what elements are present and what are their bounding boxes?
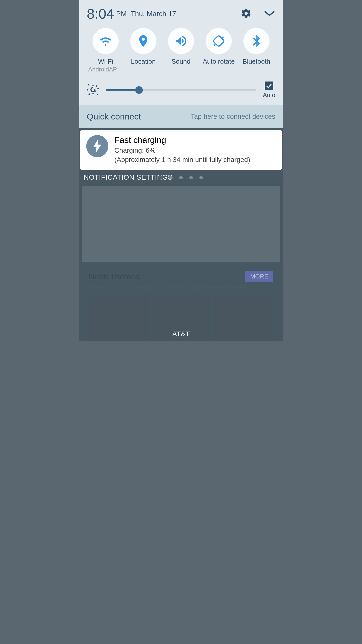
brightness-auto-toggle[interactable]: Auto [263, 82, 275, 99]
page-dot [189, 176, 193, 179]
notification-line1: Charging: 6% [114, 146, 250, 155]
page-dot [159, 176, 163, 179]
clock-date: Thu, March 17 [131, 10, 241, 18]
auto-rotate-icon [206, 28, 232, 54]
theme-tile[interactable] [89, 298, 148, 341]
quick-settings-tiles: Wi-Fi AndroidAP… Location Sound Auto rot… [87, 26, 275, 76]
tile-wifi[interactable]: Wi-Fi AndroidAP… [87, 28, 124, 73]
tile-bluetooth[interactable]: Bluetooth [238, 28, 275, 73]
tile-location[interactable]: Location [124, 28, 162, 73]
brightness-row: A Auto [87, 76, 275, 105]
sound-icon [168, 28, 194, 54]
lightning-icon [86, 135, 108, 157]
tile-label: Location [131, 58, 156, 65]
checkbox-checked-icon [265, 82, 273, 90]
tile-sublabel: AndroidAP… [88, 66, 123, 73]
widget-placeholder [82, 186, 280, 262]
svg-text:A: A [93, 89, 96, 94]
auto-brightness-icon[interactable]: A [87, 83, 99, 97]
notification-settings-bar[interactable]: NOTIFICATION SETTINGS [80, 170, 282, 183]
quick-connect-bar[interactable]: Quick connect Tap here to connect device… [79, 105, 283, 128]
home-screen-dimmed: Neon Themes MORE Make your phone glow in… [80, 183, 282, 341]
bluetooth-icon [243, 28, 269, 54]
status-actions [241, 8, 275, 20]
clock-ampm: PM [116, 10, 127, 18]
themes-subtitle: Make your phone glow in the dark with th… [89, 284, 273, 291]
notification-shade-header: 8:04 PM Thu, March 17 Wi-Fi AndroidAP… L… [79, 0, 283, 105]
tile-sound[interactable]: Sound [162, 28, 200, 73]
themes-header: Neon Themes MORE [89, 271, 273, 282]
tile-label: Bluetooth [243, 58, 270, 65]
location-icon [130, 28, 156, 54]
notifications-area: Fast charging Charging: 6% (Approximatel… [79, 128, 283, 341]
notification-text: Fast charging Charging: 6% (Approximatel… [114, 135, 250, 164]
wifi-icon [93, 28, 119, 54]
themes-section: Neon Themes MORE Make your phone glow in… [80, 262, 282, 341]
notification-line2: (Approximately 1 h 34 min until fully ch… [114, 155, 250, 164]
notification-card-charging[interactable]: Fast charging Charging: 6% (Approximatel… [80, 130, 282, 170]
chevron-down-icon[interactable] [264, 10, 275, 18]
theme-tile[interactable] [214, 298, 273, 341]
tile-label: Sound [171, 58, 190, 65]
gear-icon[interactable] [241, 8, 252, 20]
status-row: 8:04 PM Thu, March 17 [87, 0, 275, 26]
tile-label: Wi-Fi [98, 58, 113, 65]
quick-connect-hint: Tap here to connect devices [191, 113, 275, 120]
notification-title: Fast charging [114, 135, 250, 145]
carrier-label: AT&T [172, 330, 190, 338]
page-dot [179, 176, 183, 179]
more-button[interactable]: MORE [245, 271, 273, 282]
tile-auto-rotate[interactable]: Auto rotate [200, 28, 238, 73]
tile-label: Auto rotate [203, 58, 235, 65]
page-dot [169, 176, 173, 179]
brightness-auto-label: Auto [263, 92, 275, 99]
quick-connect-title: Quick connect [87, 112, 141, 122]
page-indicator [159, 176, 203, 179]
brightness-slider[interactable] [106, 85, 256, 95]
slider-fill [106, 89, 139, 91]
themes-title: Neon Themes [89, 272, 139, 281]
page-dot [199, 176, 203, 179]
slider-thumb[interactable] [135, 86, 143, 94]
clock-time: 8:04 [87, 6, 114, 22]
